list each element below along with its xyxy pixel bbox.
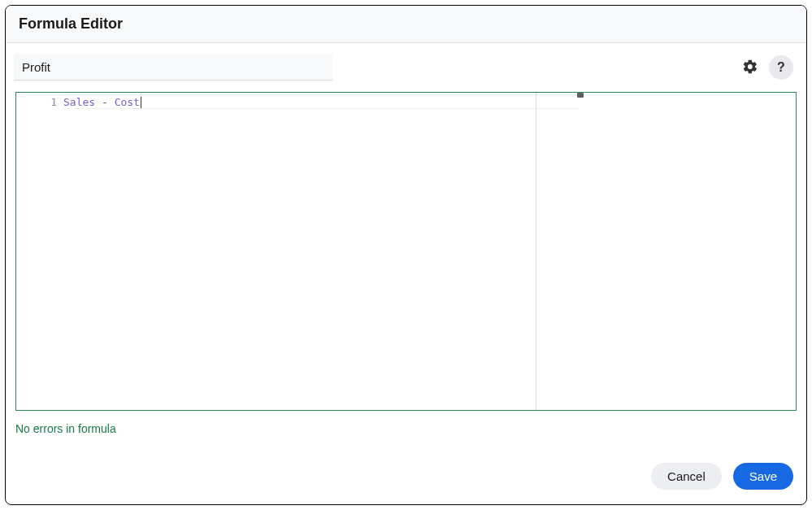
code-editor[interactable]: 1 Sales - Cost — [15, 92, 797, 411]
line-number: 1 — [16, 96, 57, 108]
line-gutter: 1 — [16, 93, 63, 410]
gear-icon — [742, 59, 758, 77]
settings-button[interactable] — [738, 55, 762, 80]
help-button[interactable]: ? — [769, 55, 793, 80]
formula-name-input[interactable] — [14, 54, 332, 81]
token-field: Cost — [115, 96, 140, 108]
dialog-footer: Cancel Save — [6, 450, 806, 504]
dialog-header: Formula Editor — [6, 6, 806, 43]
dialog-title: Formula Editor — [19, 15, 793, 33]
code-area[interactable]: Sales - Cost — [63, 93, 796, 410]
question-icon: ? — [777, 60, 785, 75]
save-button[interactable]: Save — [733, 463, 793, 490]
token-field: Sales — [63, 96, 95, 108]
validation-status: No errors in formula — [6, 411, 806, 435]
formula-editor-dialog: Formula Editor ? 1 Sales - Cost No error… — [5, 5, 807, 505]
toolbar: ? — [6, 43, 806, 89]
text-cursor — [141, 97, 141, 108]
minimap-indicator[interactable] — [577, 93, 584, 98]
cancel-button[interactable]: Cancel — [651, 463, 722, 490]
token-operator: - — [95, 96, 114, 108]
code-line[interactable]: Sales - Cost — [63, 93, 796, 108]
editor-divider — [536, 93, 536, 410]
